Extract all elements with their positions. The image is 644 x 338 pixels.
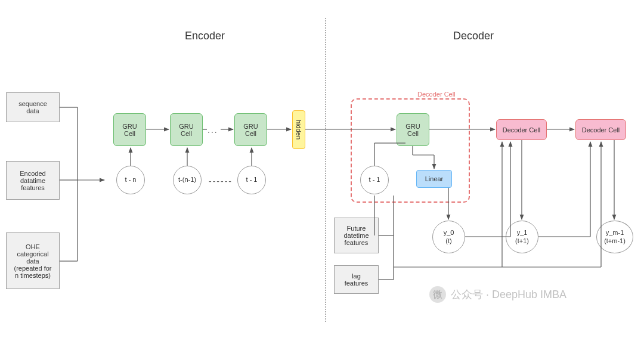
decoder-output-ym: y_m-1 (t+m-1) — [596, 221, 633, 253]
encoder-gru-cell-1: GRU Cell — [113, 113, 146, 146]
decoder-cell-2: Decoder Cell — [496, 119, 547, 140]
decoder-input-future-datetime: Future datetime features — [334, 218, 379, 253]
encoder-decoder-divider — [325, 18, 326, 322]
decoder-cell-m: Decoder Cell — [575, 119, 626, 140]
watermark: 微 公众号 · DeepHub IMBA — [429, 286, 566, 303]
encoder-timestep-t-1: t - 1 — [237, 166, 266, 194]
decoder-input-lag-features: lag features — [334, 265, 379, 294]
encoder-gru-ellipsis: ... — [208, 125, 218, 135]
watermark-text: 公众号 · DeepHub IMBA — [451, 287, 566, 302]
encoder-timestep-dots: ------ — [209, 176, 233, 186]
hidden-state: hidden — [292, 110, 305, 149]
decoder-input-t-1: t - 1 — [360, 166, 389, 194]
wechat-icon: 微 — [429, 286, 446, 303]
encoder-title: Encoder — [185, 30, 225, 42]
decoder-output-y1: y_1 (t+1) — [506, 221, 538, 253]
encoder-input-categorical-data: OHE categorical data (repeated for n tim… — [6, 232, 60, 289]
encoder-timestep-t-n: t - n — [116, 166, 145, 194]
encoder-input-datetime-features: Encoded datatime features — [6, 161, 60, 200]
decoder-title: Decoder — [453, 30, 494, 42]
decoder-output-y0: y_0 (t) — [432, 221, 465, 253]
encoder-gru-cell-2: GRU Cell — [170, 113, 203, 146]
decoder-gru-cell: GRU Cell — [397, 113, 429, 146]
decoder-cell-outline-label: Decoder Cell — [417, 91, 456, 98]
encoder-input-sequence-data: sequence data — [6, 92, 60, 122]
encoder-gru-cell-n: GRU Cell — [234, 113, 267, 146]
encoder-timestep-t-n-1: t-(n-1) — [173, 166, 202, 194]
decoder-linear-layer: Linear — [416, 170, 452, 188]
